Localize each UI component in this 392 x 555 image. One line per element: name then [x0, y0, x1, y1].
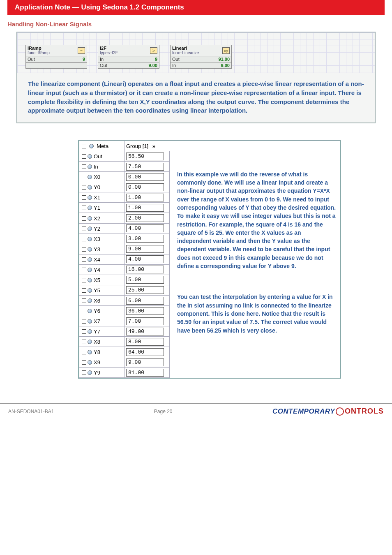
- slot-value[interactable]: 7.00: [126, 317, 164, 325]
- slot-value[interactable]: 6.00: [126, 297, 164, 305]
- radio-icon: [88, 216, 92, 221]
- slot-value[interactable]: 0.00: [126, 183, 164, 191]
- slot-value[interactable]: 9.00: [126, 245, 164, 253]
- slot-name: Out: [94, 153, 102, 160]
- slot-name: X2: [94, 215, 100, 222]
- checkbox-icon[interactable]: [82, 268, 86, 272]
- checkbox-icon[interactable]: [82, 164, 86, 169]
- checkbox-icon[interactable]: [82, 370, 86, 375]
- radio-icon: [88, 154, 92, 159]
- slot-name: X3: [94, 236, 100, 242]
- diagram-grid: IRamp func::IRamp ~ Out 9 I2F types::I2F: [17, 32, 375, 73]
- radio-icon: [88, 288, 92, 293]
- chevron-right-icon[interactable]: »: [152, 143, 154, 149]
- slot-value[interactable]: 9.00: [126, 358, 164, 366]
- pin-label: Out: [28, 57, 35, 62]
- checkbox-icon[interactable]: [82, 206, 86, 210]
- slot-value[interactable]: 4.00: [126, 224, 164, 232]
- radio-icon: [88, 257, 92, 262]
- radio-icon: [88, 175, 92, 179]
- block-i2f[interactable]: I2F types::I2F > In 9 Out 9.00: [98, 45, 159, 69]
- checkbox-icon[interactable]: [82, 340, 86, 344]
- radio-icon: [88, 329, 92, 334]
- slot-name: X4: [94, 257, 100, 263]
- slot-name: Y8: [94, 349, 100, 355]
- slot-value[interactable]: 81.00: [126, 369, 164, 377]
- slot-name: X7: [94, 318, 100, 324]
- slot-value[interactable]: 1.00: [126, 204, 164, 212]
- slot-name: X9: [94, 359, 100, 365]
- slot-value[interactable]: 56.50: [126, 153, 164, 160]
- checkbox-icon[interactable]: [82, 154, 86, 159]
- slot-value[interactable]: 8.00: [126, 338, 164, 346]
- doc-id: AN-SEDONA01-BA1: [8, 409, 54, 414]
- checkbox-icon[interactable]: [82, 227, 86, 231]
- checkbox-icon[interactable]: [82, 247, 86, 252]
- slot-value[interactable]: 36.00: [126, 307, 164, 315]
- property-sheet: Meta Group [1] » Out56.50In7.50X00.00In …: [78, 140, 341, 379]
- slot-value[interactable]: 25.00: [126, 286, 164, 294]
- checkbox-icon[interactable]: [82, 175, 86, 179]
- pin-label: In: [100, 57, 104, 62]
- block-iramp-title: IRamp: [28, 46, 50, 51]
- radio-icon: [88, 340, 92, 344]
- slot-value[interactable]: 5.00: [126, 276, 164, 284]
- checkbox-icon[interactable]: [82, 257, 86, 262]
- brand-logo: CONTEMPORARY ONTROLS: [272, 407, 384, 416]
- slot-name: Y6: [94, 308, 100, 314]
- brand-word-b: ONTROLS: [345, 407, 384, 416]
- radio-icon: [88, 350, 92, 354]
- checkbox-icon[interactable]: [82, 288, 86, 293]
- block-lineari[interactable]: Lineari func::Linearize xy Out 91.00 In …: [170, 45, 232, 69]
- radio-icon: [88, 206, 92, 210]
- pin-value: 9: [155, 57, 157, 62]
- explain-paragraph-2: You can test the interpolation by enteri…: [177, 293, 336, 334]
- slot-name: Y4: [94, 267, 100, 273]
- checkbox-icon[interactable]: [82, 319, 86, 324]
- wave-icon: ~: [78, 47, 85, 54]
- slot-value[interactable]: 7.50: [126, 163, 164, 171]
- pin-label: Out: [172, 57, 180, 62]
- slot-name: X6: [94, 298, 100, 304]
- radio-icon: [88, 309, 92, 313]
- slot-row: Out56.50: [79, 151, 340, 162]
- slot-name: Y3: [94, 246, 100, 252]
- checkbox-icon[interactable]: [82, 144, 86, 148]
- slot-value[interactable]: 4.00: [126, 255, 164, 263]
- checkbox-icon[interactable]: [82, 360, 86, 365]
- checkbox-icon[interactable]: [82, 237, 86, 241]
- checkbox-icon[interactable]: [82, 185, 86, 190]
- slot-row: X00.00In this example we will do the rev…: [79, 172, 340, 182]
- checkbox-icon[interactable]: [82, 350, 86, 354]
- slot-value[interactable]: 64.00: [126, 348, 164, 356]
- slot-value[interactable]: 1.00: [126, 194, 164, 201]
- checkbox-icon[interactable]: [82, 298, 86, 303]
- block-iramp[interactable]: IRamp func::IRamp ~ Out 9: [25, 45, 87, 69]
- radio-icon: [88, 298, 92, 303]
- slot-value[interactable]: 49.00: [126, 328, 164, 335]
- diagram-caption: The linearize component (Lineari) operat…: [17, 73, 375, 123]
- checkbox-icon[interactable]: [82, 309, 86, 313]
- radio-icon: [88, 227, 92, 231]
- slot-row: X99.00: [79, 357, 340, 368]
- slot-value[interactable]: 0.00: [126, 173, 164, 181]
- page-number: Page 20: [154, 409, 173, 414]
- slot-value[interactable]: 2.00: [126, 214, 164, 222]
- checkbox-icon[interactable]: [82, 278, 86, 282]
- slot-name: X0: [94, 174, 100, 180]
- block-i2f-title: I2F: [100, 46, 118, 51]
- banner-title: Application Note — Using Sedona 1.2 Comp…: [15, 3, 184, 11]
- radio-icon: [88, 247, 92, 252]
- slot-name: Y0: [94, 184, 100, 190]
- slot-name: X8: [94, 339, 100, 345]
- slot-value[interactable]: 16.00: [126, 266, 164, 273]
- checkbox-icon[interactable]: [82, 216, 86, 221]
- radio-icon: [88, 164, 92, 169]
- radio-icon: [88, 185, 92, 190]
- radio-icon: [88, 278, 92, 282]
- block-i2f-subtitle: types::I2F: [100, 51, 118, 56]
- slot-value[interactable]: 3.00: [126, 235, 164, 243]
- checkbox-icon[interactable]: [82, 329, 86, 334]
- slot-name: Y7: [94, 328, 100, 335]
- checkbox-icon[interactable]: [82, 195, 86, 200]
